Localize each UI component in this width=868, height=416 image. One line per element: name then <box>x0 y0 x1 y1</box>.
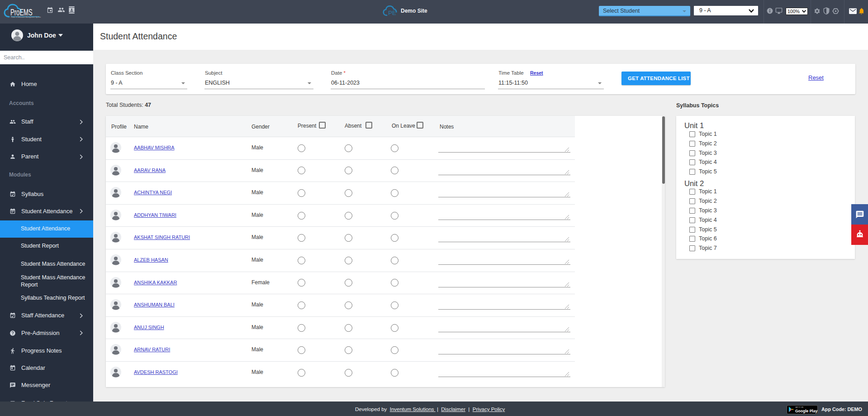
svg-text:PE: PE <box>388 10 396 16</box>
